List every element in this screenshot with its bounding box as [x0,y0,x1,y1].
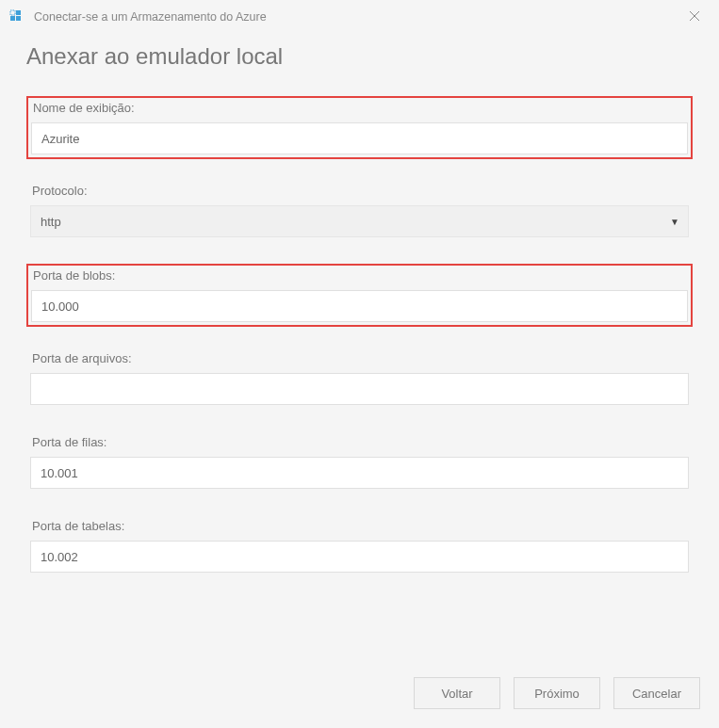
file-port-group: Porta de arquivos: [26,348,693,409]
protocol-select-wrapper: http ▼ [30,205,689,237]
titlebar: Conectar-se a um Armazenamento do Azure [0,0,719,34]
protocol-select[interactable]: http [30,205,689,237]
protocol-group: Protocolo: http ▼ [26,180,693,241]
table-port-input[interactable] [30,541,689,573]
close-icon[interactable] [683,8,706,26]
table-port-label: Porta de tabelas: [30,519,689,533]
svg-rect-0 [10,16,15,21]
window-title: Conectar-se a um Armazenamento do Azure [34,10,683,24]
blob-port-group: Porta de blobs: [26,264,693,327]
queue-port-label: Porta de filas: [30,435,689,449]
display-name-group: Nome de exibição: [26,96,693,159]
blob-port-label: Porta de blobs: [31,268,688,283]
file-port-input[interactable] [30,373,689,405]
display-name-input[interactable] [31,122,688,154]
svg-rect-3 [10,10,15,15]
queue-port-input[interactable] [30,457,689,489]
blob-port-input[interactable] [31,290,688,322]
svg-rect-1 [16,10,21,15]
queue-port-group: Porta de filas: [26,431,693,493]
next-button[interactable]: Próximo [514,677,600,709]
file-port-label: Porta de arquivos: [30,351,689,365]
back-button[interactable]: Voltar [414,677,500,709]
button-row: Voltar Próximo Cancelar [414,677,700,709]
cancel-button[interactable]: Cancelar [613,677,700,709]
protocol-label: Protocolo: [30,184,689,198]
svg-rect-2 [16,16,21,21]
app-icon [9,9,25,24]
table-port-group: Porta de tabelas: [26,515,693,576]
display-name-label: Nome de exibição: [31,101,688,115]
dialog-content: Anexar ao emulador local Nome de exibiçã… [0,34,719,576]
page-title: Anexar ao emulador local [26,43,693,70]
